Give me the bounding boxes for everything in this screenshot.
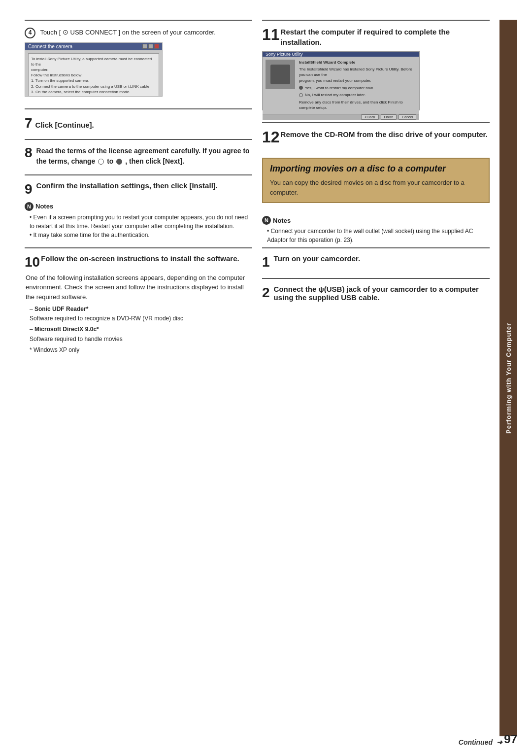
- sr-text3: program, you must restart your computer.: [299, 78, 416, 83]
- notes-icon-right: N: [262, 216, 271, 225]
- screenshot-inst3: 3. On the camera, select the computer co…: [31, 89, 156, 95]
- continued-arrow: ➜: [497, 738, 502, 746]
- screenshot-inst2: 2. Connect the camera to the computer us…: [31, 84, 156, 89]
- right-column: 11 Restart the computer if required to c…: [262, 20, 490, 736]
- step-10-title: Follow the on-screen instructions to ins…: [41, 254, 239, 263]
- step-r1-section: 1 Turn on your camcorder.: [262, 247, 490, 278]
- step-10-list: Sonic UDF Reader* Software required to r…: [25, 305, 252, 355]
- step-9-section: 9 Confirm the installation settings, the…: [25, 174, 252, 247]
- sidebar-label: Performing with Your Computer: [505, 323, 512, 434]
- screenshot-titlebar: Connect the camera: [25, 43, 162, 50]
- step-12-header: 12 Remove the CD-ROM from the disc drive…: [262, 129, 490, 145]
- step-10-list-0-title: Sonic UDF Reader*: [34, 306, 88, 312]
- notes-item-right-0: Connect your camcorder to the wall outle…: [267, 227, 490, 244]
- step-12-title: Remove the CD-ROM from the disc drive of…: [281, 129, 488, 139]
- screenshot-line2: computer.: [31, 67, 156, 72]
- step-8-header: 8 Read the terms of the license agreemen…: [25, 146, 252, 167]
- screenshot-inner: To install Sony Picture Utility, a suppo…: [28, 53, 159, 97]
- step-7-header: 7 Click [Continue].: [25, 115, 252, 131]
- step-r1-header: 1 Turn on your camcorder.: [262, 254, 490, 270]
- step-11-screenshot: Sony Picture Utility InstallShield Wizar…: [262, 51, 420, 110]
- step-7-title: Click [Continue].: [35, 121, 94, 129]
- step-r2-title: Connect the ψ(USB) jack of your camcorde…: [274, 285, 490, 302]
- step-11-section: 11 Restart the computer if required to c…: [262, 20, 490, 122]
- sr-image: [266, 60, 295, 89]
- sr-text4: Remove any discs from their drives, and …: [299, 100, 416, 110]
- step-10-header: 10 Follow the on-screen instructions to …: [25, 254, 252, 270]
- notes-right-section: N Notes Connect your camcorder to the wa…: [262, 208, 490, 247]
- step-10-number: 10: [25, 254, 40, 270]
- step-11-number: 11: [262, 27, 280, 42]
- notes-list-right: Connect your camcorder to the wall outle…: [262, 227, 490, 244]
- screenshot-inst1: 1. Turn on the supported camera.: [31, 78, 156, 83]
- step-4-touch-text: Touch [: [40, 29, 61, 36]
- radio-filled-icon: [116, 159, 122, 165]
- page-number: 97: [504, 732, 517, 746]
- highlight-section: Importing movies on a disc to a computer…: [262, 158, 490, 203]
- sr-title: InstallShield Wizard Complete: [299, 60, 416, 65]
- sr-radio-1: [299, 86, 303, 90]
- step-11-header: 11 Restart the computer if required to c…: [262, 27, 490, 47]
- step-8-number: 8: [25, 146, 33, 160]
- notes-item-9-1: It may take some time for the authentica…: [30, 231, 252, 240]
- step-7-number: 7: [25, 115, 33, 131]
- step-10-list-0: Sonic UDF Reader* Software required to r…: [30, 305, 252, 323]
- step-9-number: 9: [25, 181, 33, 197]
- page-container: 4 Touch [ ⊙ USB CONNECT ] on the screen …: [0, 0, 532, 756]
- sr-body: InstallShield Wizard Complete The Instal…: [263, 57, 419, 114]
- step-4-circle: 4: [25, 28, 35, 38]
- step-8-to-text: to: [107, 157, 113, 165]
- step-9-header: 9 Confirm the installation settings, the…: [25, 181, 252, 197]
- step-9-title: Confirm the installation settings, then …: [36, 181, 218, 190]
- sr-back-btn[interactable]: < Back: [361, 114, 379, 120]
- notes-list-9: Even if a screen prompting you to restar…: [25, 213, 252, 240]
- usb-icon: ⊙: [63, 28, 68, 36]
- step-7-section: 7 Click [Continue].: [25, 108, 252, 139]
- radio-empty-icon: [98, 159, 104, 165]
- sr-option-2: No, I will restart my computer later.: [299, 92, 416, 98]
- sr-options: Yes, I want to restart my computer now. …: [299, 85, 416, 98]
- step-10-section: 10 Follow the on-screen instructions to …: [25, 247, 252, 364]
- step-4-text: 4 Touch [ ⊙ USB CONNECT ] on the screen …: [25, 27, 252, 38]
- notes-label-right: Notes: [273, 217, 291, 224]
- step-10-body: One of the following installation screen…: [25, 273, 252, 302]
- step-r1-title: Turn on your camcorder.: [274, 254, 361, 263]
- step-11-title: Restart the computer if required to comp…: [281, 27, 490, 47]
- continued-label: Continued: [459, 738, 493, 746]
- sr-radio-2: [299, 93, 303, 97]
- step-r2-number: 2: [262, 285, 270, 301]
- step-12-number: 12: [262, 129, 280, 145]
- step-4-section: 4 Touch [ ⊙ USB CONNECT ] on the screen …: [25, 20, 252, 108]
- screenshot-line1: To install Sony Picture Utility, a suppo…: [31, 56, 156, 67]
- step-8-title-part2: , then click [Next].: [125, 157, 184, 165]
- sr-text-area: InstallShield Wizard Complete The Instal…: [299, 60, 416, 111]
- sidebar-tab: Performing with Your Computer: [499, 20, 517, 736]
- highlight-desc: You can copy the desired movies on a dis…: [270, 178, 482, 197]
- screenshot-title-text: Connect the camera: [28, 44, 72, 49]
- sr-footer: < Back Finish Cancel: [263, 114, 419, 120]
- step-12-section: 12 Remove the CD-ROM from the disc drive…: [262, 122, 490, 153]
- sr-titlebar: Sony Picture Utility: [263, 52, 419, 57]
- notes-header-right: N Notes: [262, 216, 490, 225]
- step-4-screenshot: Connect the camera To install Sony Pictu…: [25, 42, 163, 97]
- step-r1-number: 1: [262, 254, 270, 270]
- sr-option-2-text: No, I will restart my computer later.: [305, 92, 366, 98]
- sr-option-1: Yes, I want to restart my computer now.: [299, 85, 416, 91]
- sr-cancel-btn[interactable]: Cancel: [399, 114, 416, 120]
- highlight-title: Importing movies on a disc to a computer: [270, 164, 482, 174]
- main-content: 4 Touch [ ⊙ USB CONNECT ] on the screen …: [0, 0, 532, 756]
- sr-option-1-text: Yes, I want to restart my computer now.: [305, 85, 374, 91]
- step-8-section: 8 Read the terms of the license agreemen…: [25, 139, 252, 174]
- notes-header-9: N Notes: [25, 202, 252, 211]
- step-r2-section: 2 Connect the ψ(USB) jack of your camcor…: [262, 278, 490, 309]
- sr-titlebar-text: Sony Picture Utility: [266, 52, 303, 57]
- left-column: 4 Touch [ ⊙ USB CONNECT ] on the screen …: [25, 20, 252, 736]
- notes-item-9-0: Even if a screen prompting you to restar…: [30, 213, 252, 231]
- continued-footer: Continued ➜: [459, 738, 502, 746]
- step-10-list-2: Windows XP only: [30, 345, 252, 355]
- notes-icon-9: N: [25, 202, 33, 211]
- sr-finish-btn[interactable]: Finish: [381, 114, 397, 120]
- screenshot-body: To install Sony Picture Utility, a suppo…: [25, 50, 162, 97]
- step-4-text2: ] on the screen of your camcorder.: [119, 29, 216, 36]
- step-4-usb-label: USB CONNECT: [70, 29, 117, 36]
